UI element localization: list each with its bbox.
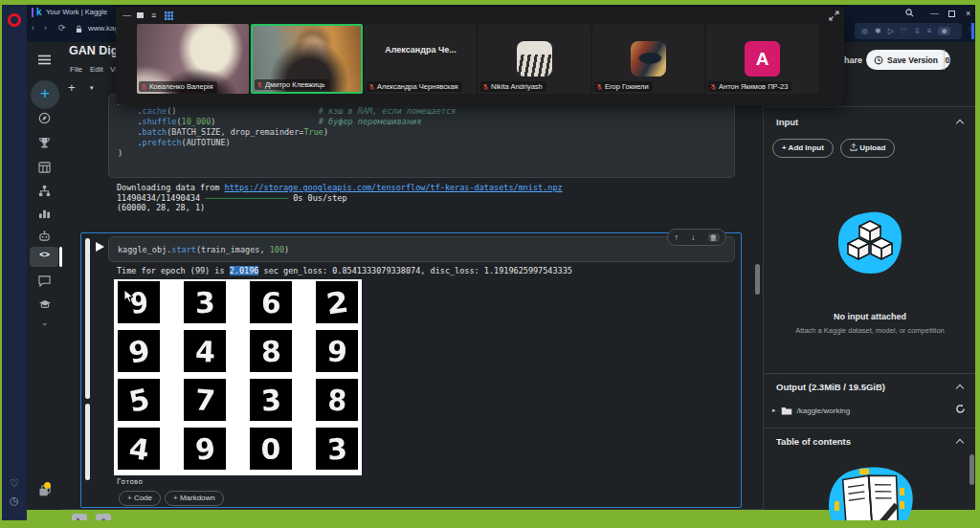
cell-drag-handle[interactable] — [85, 404, 90, 480]
participant-name-label: Александра Чернявская — [367, 81, 462, 92]
code-cell-2-selected[interactable]: kaggle_obj.start(train_images, 100) ↑ ↓ … — [80, 232, 742, 508]
profile-icon[interactable]: ☻ — [938, 27, 949, 35]
history-clock-icon[interactable]: ◷ — [10, 495, 19, 506]
generated-digit-image: 7 — [184, 379, 226, 421]
participant-tile[interactable]: Егор Гокиели — [592, 24, 704, 94]
ext-paw-icon[interactable]: ✱ — [875, 27, 881, 35]
sidebar-toggle-highlight — [971, 23, 974, 39]
explore-icon[interactable] — [27, 111, 62, 128]
code-cell-1[interactable]: tf.data.Dataset.from_tensor_slices(data)… — [108, 94, 735, 178]
add-input-button[interactable]: + Add Input — [772, 139, 834, 158]
ext-play-icon[interactable]: ▷ — [888, 27, 894, 35]
code-icon[interactable]: <> — [27, 250, 62, 259]
generated-digit-image: 8 — [316, 379, 358, 421]
datasets-icon[interactable] — [27, 160, 62, 177]
back-icon[interactable]: ‹ — [32, 23, 34, 33]
forward-icon[interactable]: › — [44, 23, 47, 33]
participant-name-label: Дмитро Клевжиць — [255, 79, 329, 90]
search-icon[interactable] — [905, 9, 914, 17]
upload-label: Upload — [859, 143, 885, 152]
toc-collapse-icon[interactable] — [956, 439, 964, 447]
reload-icon[interactable]: ⟳ — [58, 23, 66, 33]
bookmarks-heart-icon[interactable]: ♡ — [10, 478, 19, 489]
notebook-right-panel: Input + Add Input Upload No input attach… — [763, 106, 975, 510]
models-icon[interactable] — [27, 184, 62, 201]
delete-cell-icon[interactable]: 🗑 — [708, 233, 720, 242]
kaggle-favicon: k — [36, 7, 42, 17]
lock-icon — [76, 25, 82, 33]
section-divider — [764, 428, 976, 429]
output-working-dir-row[interactable]: ▸ /kaggle/working — [772, 406, 850, 415]
muted-mic-icon — [710, 83, 717, 91]
generated-digit-image: 4 — [184, 330, 226, 372]
learn-icon[interactable] — [27, 297, 62, 314]
generated-digit-image: 4 — [118, 428, 160, 470]
add-cell-icon[interactable]: + — [68, 80, 76, 95]
more-chevron-icon[interactable]: ⌄ — [27, 319, 62, 327]
ext-record-icon[interactable]: ◎ — [861, 27, 868, 35]
ext-settings-icon[interactable]: ≡ — [927, 27, 932, 35]
overlay-list-view-icon[interactable]: ≡ — [151, 11, 156, 20]
notebook-scrollbar[interactable] — [755, 264, 760, 295]
hamburger-menu-icon[interactable] — [27, 52, 62, 69]
generated-digit-image: 3 — [250, 379, 292, 421]
menu-edit[interactable]: Edit — [90, 65, 103, 74]
overlay-view-icon[interactable] — [137, 12, 144, 18]
expand-arrow-icon[interactable]: ▸ — [772, 407, 776, 414]
close-icon[interactable]: × — [966, 9, 970, 18]
participant-tile[interactable]: Александра Че...Александра Чернявская — [365, 24, 477, 94]
discussions-icon[interactable] — [27, 274, 62, 291]
input-collapse-icon[interactable] — [956, 120, 964, 127]
version-count[interactable]: 0 — [945, 55, 950, 65]
save-version-button[interactable]: Save Version 0 — [866, 50, 950, 70]
minimize-icon[interactable]: — — [930, 9, 939, 18]
participant-tile[interactable]: Дмитро Клевжиць — [251, 24, 363, 94]
participant-tile[interactable]: AАнтон Якимов ПР-23 — [706, 24, 818, 94]
run-cell-icon[interactable] — [96, 242, 104, 252]
competitions-trophy-icon[interactable] — [27, 136, 62, 153]
browser-tab[interactable]: Your Work | Kaggle — [46, 8, 107, 16]
participant-name-label: Антон Якимов ПР-23 — [708, 81, 791, 92]
generated-digit-image: 9 — [118, 330, 160, 372]
agents-robot-icon[interactable] — [27, 229, 62, 246]
kaggle-notebook-app: + <> ⌄ GAN Dig — [27, 42, 975, 510]
code-cell-2-editor-box[interactable]: kaggle_obj.start(train_images, 100) — [108, 236, 735, 262]
ext-download-icon[interactable]: ⇩ — [914, 27, 921, 35]
refresh-output-icon[interactable] — [955, 404, 966, 414]
overlay-grid-view-icon[interactable] — [165, 11, 173, 20]
muted-mic-icon — [141, 83, 147, 91]
working-dir-path[interactable]: /kaggle/working — [797, 407, 851, 415]
ext-heart-icon[interactable]: ♡ — [901, 27, 907, 35]
dataset-cubes-illustration — [835, 210, 904, 275]
generated-digit-image: 3 — [184, 281, 226, 323]
overlay-minimize-icon[interactable]: — — [122, 11, 131, 20]
upload-button[interactable]: Upload — [840, 139, 895, 158]
participant-tile[interactable]: Nikita Andriyash — [479, 24, 590, 94]
cell-2-output: Time for epoch (99) is 2.0196 sec gen_lo… — [117, 266, 572, 276]
participant-name-label: Коваленко Валерія — [139, 81, 217, 92]
muted-mic-icon — [256, 81, 263, 89]
move-cell-down-icon[interactable]: ↓ — [691, 232, 696, 242]
panel-scrollbar[interactable] — [969, 454, 974, 485]
menu-file[interactable]: File — [70, 65, 82, 74]
cell-drag-handle[interactable] — [85, 238, 90, 399]
section-divider — [764, 373, 976, 374]
toc-notebook-illustration — [823, 463, 919, 528]
overlay-expand-icon[interactable] — [829, 11, 839, 21]
create-button[interactable]: + — [31, 80, 59, 109]
add-markdown-button[interactable]: + Markdown — [165, 491, 224, 506]
opera-logo-icon[interactable] — [8, 13, 21, 27]
generated-digits-figure: 9362948957384903 — [114, 279, 362, 475]
benchmarks-icon[interactable] — [27, 206, 62, 223]
output-collapse-icon[interactable] — [956, 385, 964, 392]
mouse-cursor — [123, 289, 134, 304]
generated-digit-image: 5 — [118, 379, 160, 421]
video-call-overlay[interactable]: — ≡ Коваленко ВалеріяДмитро КлевжицьАлек… — [116, 7, 844, 105]
move-cell-up-icon[interactable]: ↑ — [675, 232, 679, 242]
add-cell-caret-icon[interactable]: ▾ — [90, 84, 94, 92]
tab-active-indicator — [32, 8, 33, 17]
code-cell-2-editor[interactable]: kaggle_obj.start(train_images, 100) — [109, 237, 734, 255]
participant-tile[interactable]: Коваленко Валерія — [137, 24, 249, 94]
add-code-button[interactable]: + Code — [119, 491, 161, 506]
restore-icon[interactable] — [948, 11, 955, 17]
